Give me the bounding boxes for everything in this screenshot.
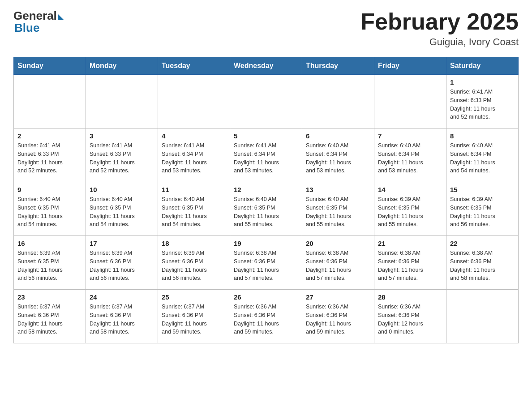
day-of-week-header: Wednesday: [230, 57, 302, 75]
day-info: Sunrise: 6:38 AM Sunset: 6:36 PM Dayligh…: [450, 249, 515, 283]
day-number: 21: [378, 240, 442, 247]
day-number: 27: [306, 293, 370, 301]
calendar-cell: 17Sunrise: 6:39 AM Sunset: 6:36 PM Dayli…: [86, 236, 158, 290]
calendar-cell: 5Sunrise: 6:41 AM Sunset: 6:34 PM Daylig…: [230, 128, 302, 182]
calendar-cell: 14Sunrise: 6:39 AM Sunset: 6:35 PM Dayli…: [374, 182, 446, 236]
day-number: 4: [162, 132, 226, 140]
calendar-cell: 25Sunrise: 6:37 AM Sunset: 6:36 PM Dayli…: [158, 290, 230, 343]
logo: General Blue: [13, 9, 64, 35]
day-info: Sunrise: 6:39 AM Sunset: 6:36 PM Dayligh…: [90, 249, 154, 283]
calendar-cell: 27Sunrise: 6:36 AM Sunset: 6:36 PM Dayli…: [302, 290, 374, 343]
day-number: 8: [450, 132, 515, 140]
day-number: 28: [378, 293, 442, 301]
day-number: 18: [162, 240, 226, 247]
day-info: Sunrise: 6:37 AM Sunset: 6:36 PM Dayligh…: [17, 303, 82, 336]
day-info: Sunrise: 6:37 AM Sunset: 6:36 PM Dayligh…: [162, 303, 226, 336]
day-number: 13: [306, 186, 370, 193]
day-info: Sunrise: 6:36 AM Sunset: 6:36 PM Dayligh…: [234, 303, 298, 336]
day-of-week-header: Tuesday: [158, 57, 230, 75]
day-number: 7: [378, 132, 442, 140]
day-number: 16: [17, 240, 82, 247]
calendar-week-row: 23Sunrise: 6:37 AM Sunset: 6:36 PM Dayli…: [14, 290, 519, 343]
calendar-cell: 21Sunrise: 6:38 AM Sunset: 6:36 PM Dayli…: [374, 236, 446, 290]
calendar-cell: 11Sunrise: 6:40 AM Sunset: 6:35 PM Dayli…: [158, 182, 230, 236]
calendar-cell: [14, 75, 86, 128]
calendar-cell: 3Sunrise: 6:41 AM Sunset: 6:33 PM Daylig…: [86, 128, 158, 182]
day-number: 5: [234, 132, 298, 140]
day-info: Sunrise: 6:39 AM Sunset: 6:35 PM Dayligh…: [450, 195, 515, 229]
calendar-cell: [158, 75, 230, 128]
calendar-week-row: 9Sunrise: 6:40 AM Sunset: 6:35 PM Daylig…: [14, 182, 519, 236]
day-info: Sunrise: 6:39 AM Sunset: 6:36 PM Dayligh…: [162, 249, 226, 283]
calendar-cell: [446, 290, 519, 343]
day-number: 22: [450, 240, 515, 247]
day-info: Sunrise: 6:40 AM Sunset: 6:35 PM Dayligh…: [17, 195, 82, 229]
calendar-week-row: 1Sunrise: 6:41 AM Sunset: 6:33 PM Daylig…: [14, 75, 519, 128]
calendar-cell: 16Sunrise: 6:39 AM Sunset: 6:35 PM Dayli…: [14, 236, 86, 290]
day-info: Sunrise: 6:36 AM Sunset: 6:36 PM Dayligh…: [378, 303, 442, 336]
calendar-cell: 13Sunrise: 6:40 AM Sunset: 6:35 PM Dayli…: [302, 182, 374, 236]
calendar-cell: 23Sunrise: 6:37 AM Sunset: 6:36 PM Dayli…: [14, 290, 86, 343]
calendar-cell: 6Sunrise: 6:40 AM Sunset: 6:34 PM Daylig…: [302, 128, 374, 182]
day-number: 17: [90, 240, 154, 247]
day-number: 26: [234, 293, 298, 301]
calendar-week-row: 16Sunrise: 6:39 AM Sunset: 6:35 PM Dayli…: [14, 236, 519, 290]
day-info: Sunrise: 6:40 AM Sunset: 6:35 PM Dayligh…: [90, 195, 154, 229]
calendar-table: SundayMondayTuesdayWednesdayThursdayFrid…: [13, 57, 519, 343]
calendar-cell: 12Sunrise: 6:40 AM Sunset: 6:35 PM Dayli…: [230, 182, 302, 236]
day-number: 20: [306, 240, 370, 247]
day-number: 14: [378, 186, 442, 193]
day-number: 15: [450, 186, 515, 193]
day-info: Sunrise: 6:36 AM Sunset: 6:36 PM Dayligh…: [306, 303, 370, 336]
day-info: Sunrise: 6:41 AM Sunset: 6:33 PM Dayligh…: [17, 141, 82, 175]
calendar-cell: [374, 75, 446, 128]
day-info: Sunrise: 6:40 AM Sunset: 6:34 PM Dayligh…: [306, 141, 370, 175]
day-number: 2: [17, 132, 82, 140]
calendar-cell: 24Sunrise: 6:37 AM Sunset: 6:36 PM Dayli…: [86, 290, 158, 343]
day-info: Sunrise: 6:38 AM Sunset: 6:36 PM Dayligh…: [378, 249, 442, 283]
day-info: Sunrise: 6:40 AM Sunset: 6:34 PM Dayligh…: [450, 141, 515, 175]
calendar-cell: 10Sunrise: 6:40 AM Sunset: 6:35 PM Dayli…: [86, 182, 158, 236]
calendar-cell: 19Sunrise: 6:38 AM Sunset: 6:36 PM Dayli…: [230, 236, 302, 290]
calendar-cell: 22Sunrise: 6:38 AM Sunset: 6:36 PM Dayli…: [446, 236, 519, 290]
calendar-cell: [230, 75, 302, 128]
calendar-cell: 4Sunrise: 6:41 AM Sunset: 6:34 PM Daylig…: [158, 128, 230, 182]
calendar-cell: 15Sunrise: 6:39 AM Sunset: 6:35 PM Dayli…: [446, 182, 519, 236]
day-number: 10: [90, 186, 154, 193]
day-number: 24: [90, 293, 154, 301]
calendar-cell: 8Sunrise: 6:40 AM Sunset: 6:34 PM Daylig…: [446, 128, 519, 182]
day-info: Sunrise: 6:39 AM Sunset: 6:35 PM Dayligh…: [17, 249, 82, 283]
day-number: 9: [17, 186, 82, 193]
day-info: Sunrise: 6:41 AM Sunset: 6:33 PM Dayligh…: [90, 141, 154, 175]
day-number: 6: [306, 132, 370, 140]
day-of-week-header: Monday: [86, 57, 158, 75]
location-label: Guiguia, Ivory Coast: [360, 36, 519, 48]
logo-blue-text: Blue: [14, 21, 39, 35]
logo-arrow-icon: [58, 14, 64, 20]
calendar-cell: 1Sunrise: 6:41 AM Sunset: 6:33 PM Daylig…: [446, 75, 519, 128]
calendar-cell: [302, 75, 374, 128]
day-info: Sunrise: 6:37 AM Sunset: 6:36 PM Dayligh…: [90, 303, 154, 336]
day-number: 25: [162, 293, 226, 301]
day-of-week-header: Saturday: [446, 57, 519, 75]
day-number: 11: [162, 186, 226, 193]
day-info: Sunrise: 6:40 AM Sunset: 6:35 PM Dayligh…: [162, 195, 226, 229]
day-info: Sunrise: 6:39 AM Sunset: 6:35 PM Dayligh…: [378, 195, 442, 229]
calendar-cell: 20Sunrise: 6:38 AM Sunset: 6:36 PM Dayli…: [302, 236, 374, 290]
day-info: Sunrise: 6:41 AM Sunset: 6:34 PM Dayligh…: [234, 141, 298, 175]
day-info: Sunrise: 6:38 AM Sunset: 6:36 PM Dayligh…: [306, 249, 370, 283]
day-info: Sunrise: 6:40 AM Sunset: 6:35 PM Dayligh…: [234, 195, 298, 229]
calendar-cell: 26Sunrise: 6:36 AM Sunset: 6:36 PM Dayli…: [230, 290, 302, 343]
calendar-cell: 18Sunrise: 6:39 AM Sunset: 6:36 PM Dayli…: [158, 236, 230, 290]
day-number: 1: [450, 78, 515, 86]
title-section: February 2025 Guiguia, Ivory Coast: [360, 9, 519, 48]
day-number: 23: [17, 293, 82, 301]
day-info: Sunrise: 6:40 AM Sunset: 6:35 PM Dayligh…: [306, 195, 370, 229]
day-info: Sunrise: 6:38 AM Sunset: 6:36 PM Dayligh…: [234, 249, 298, 283]
day-number: 12: [234, 186, 298, 193]
calendar-header-row: SundayMondayTuesdayWednesdayThursdayFrid…: [14, 57, 519, 75]
day-number: 19: [234, 240, 298, 247]
page-header: General Blue February 2025 Guiguia, Ivor…: [13, 9, 519, 48]
calendar-cell: 9Sunrise: 6:40 AM Sunset: 6:35 PM Daylig…: [14, 182, 86, 236]
day-of-week-header: Sunday: [14, 57, 86, 75]
